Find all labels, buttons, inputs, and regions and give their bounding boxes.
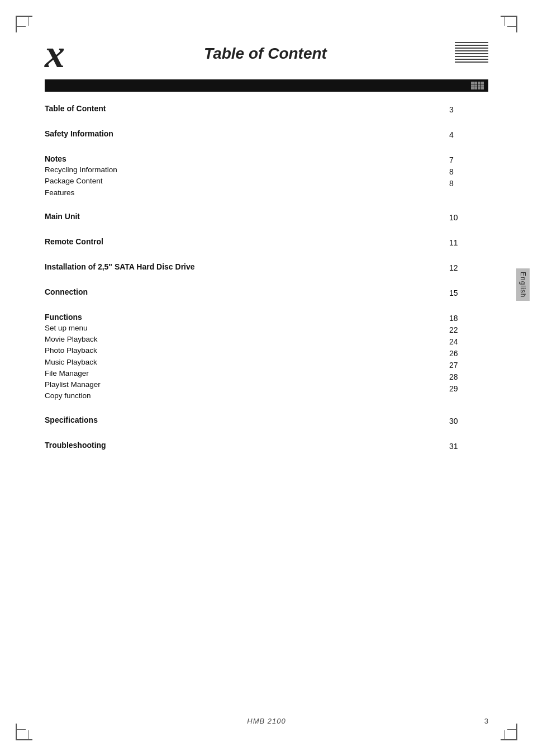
toc-title-notes: Notes <box>45 154 438 163</box>
toc-title-connection: Connection <box>45 287 438 296</box>
toc-entry-text-toc-entry: Table of Content <box>45 104 449 113</box>
toc-page-num: 28 <box>449 371 466 383</box>
page-header: x Table of Content <box>45 34 488 74</box>
toc-page-main-unit: 10 <box>449 212 466 224</box>
page-title: Table of Content <box>76 45 488 63</box>
language-tab-container: English <box>516 268 533 301</box>
deco-line-4 <box>455 50 488 51</box>
deco-line-6 <box>455 56 488 57</box>
toc-entry-text-main-unit: Main Unit <box>45 212 449 221</box>
deco-line-8 <box>455 62 488 63</box>
black-divider-bar <box>45 79 488 92</box>
toc-entry-text-connection: Connection <box>45 287 449 296</box>
toc-entry-connection: Connection15 <box>45 281 466 306</box>
vline-bl <box>28 730 28 740</box>
deco-line-5 <box>455 53 488 54</box>
toc-entry-text-remote-control: Remote Control <box>45 237 449 246</box>
footer-brand: HMB 2100 <box>247 717 285 725</box>
toc-title-safety-information: Safety Information <box>45 129 438 138</box>
language-tab: English <box>516 268 530 301</box>
toc-page-safety-information: 4 <box>449 129 466 141</box>
toc-page-num: 8 <box>449 178 466 190</box>
toc-page-num: 22 <box>449 324 466 336</box>
toc-entry-text-functions: FunctionsSet up menuMovie PlaybackPhoto … <box>45 313 449 402</box>
toc-sub-item: Movie Playback <box>45 334 438 345</box>
toc-page-num: 26 <box>449 348 466 360</box>
page-footer: HMB 2100 3 <box>0 717 533 725</box>
toc-entry-toc-entry: Table of Content3 <box>45 97 466 122</box>
toc-page-num: 7 <box>449 154 466 166</box>
deco-line-1 <box>455 42 488 43</box>
toc-title-installation: Installation of 2,5" SATA Hard Disc Driv… <box>45 262 438 271</box>
toc-sub-item: Music Playback <box>45 357 438 368</box>
footer-page-number: 3 <box>484 717 488 725</box>
toc-entry-remote-control: Remote Control11 <box>45 230 466 256</box>
toc-entry-safety-information: Safety Information4 <box>45 122 466 148</box>
toc-entry-text-installation: Installation of 2,5" SATA Hard Disc Driv… <box>45 262 449 271</box>
toc-title-specifications: Specifications <box>45 415 438 424</box>
toc-page-num: 24 <box>449 336 466 348</box>
toc-title-main-unit: Main Unit <box>45 212 438 221</box>
toc-page-num: 18 <box>449 313 466 324</box>
toc-page-num: 27 <box>449 360 466 371</box>
toc-sub-item: Copy function <box>45 390 438 401</box>
vline-br <box>505 730 505 740</box>
corner-tr-decoration <box>501 16 517 32</box>
toc-sub-item: Recycling Information <box>45 164 438 176</box>
toc-page-toc-entry: 3 <box>449 104 466 116</box>
toc-sub-item: Set up menu <box>45 323 438 334</box>
corner-tl-decoration <box>16 16 32 32</box>
toc-sub-item: Package Content <box>45 176 438 187</box>
toc-entry-text-safety-information: Safety Information <box>45 129 449 138</box>
toc-entry-installation: Installation of 2,5" SATA Hard Disc Driv… <box>45 256 466 281</box>
toc-entry-text-notes: NotesRecycling InformationPackage Conten… <box>45 154 449 199</box>
page: English x Table of Content Table of Cont… <box>0 0 533 756</box>
deco-line-3 <box>455 48 488 49</box>
toc-sub-items-notes: Recycling InformationPackage ContentFeat… <box>45 164 438 199</box>
toc-title-remote-control: Remote Control <box>45 237 438 246</box>
toc-entry-troubleshooting: Troubleshooting31 <box>45 434 466 459</box>
toc-page-specifications: 30 <box>449 415 466 427</box>
corner-br-decoration <box>501 724 517 740</box>
toc-entry-text-troubleshooting: Troubleshooting <box>45 441 449 450</box>
toc-entry-main-unit: Main Unit10 <box>45 205 466 230</box>
hline-bl <box>16 729 26 730</box>
toc-page-notes: 788 <box>449 154 466 190</box>
toc-entry-specifications: Specifications30 <box>45 409 466 434</box>
grid-icon <box>471 82 484 89</box>
toc-page-functions: 18222426272829 <box>449 313 466 395</box>
brand-logo: x <box>45 34 65 74</box>
hline-br <box>507 729 517 730</box>
toc-content: Table of Content3Safety Information4Note… <box>45 92 466 459</box>
toc-sub-item: File Manager <box>45 368 438 379</box>
toc-entry-text-specifications: Specifications <box>45 415 449 424</box>
hline-tl <box>16 26 26 27</box>
toc-entry-notes: NotesRecycling InformationPackage Conten… <box>45 148 466 205</box>
vline-tl <box>28 16 28 26</box>
toc-entry-functions: FunctionsSet up menuMovie PlaybackPhoto … <box>45 306 466 409</box>
hline-tr <box>507 26 517 27</box>
toc-title-toc-entry: Table of Content <box>45 104 438 113</box>
toc-page-troubleshooting: 31 <box>449 441 466 452</box>
toc-page-connection: 15 <box>449 287 466 299</box>
toc-page-remote-control: 11 <box>449 237 466 249</box>
toc-sub-item: Playlist Manager <box>45 379 438 390</box>
vline-tr <box>505 16 505 26</box>
toc-page-num: 29 <box>449 383 466 395</box>
corner-bl-decoration <box>16 724 32 740</box>
deco-line-2 <box>455 45 488 46</box>
toc-page-installation: 12 <box>449 262 466 274</box>
lines-decoration <box>455 42 488 63</box>
toc-page-num: 8 <box>449 166 466 178</box>
toc-title-functions: Functions <box>45 313 438 322</box>
toc-sub-item: Features <box>45 187 438 199</box>
deco-line-7 <box>455 59 488 60</box>
toc-sub-items-functions: Set up menuMovie PlaybackPhoto PlaybackM… <box>45 323 438 402</box>
toc-sub-item: Photo Playback <box>45 345 438 356</box>
main-content: Table of Content3Safety Information4Note… <box>45 92 488 459</box>
toc-title-troubleshooting: Troubleshooting <box>45 441 438 450</box>
